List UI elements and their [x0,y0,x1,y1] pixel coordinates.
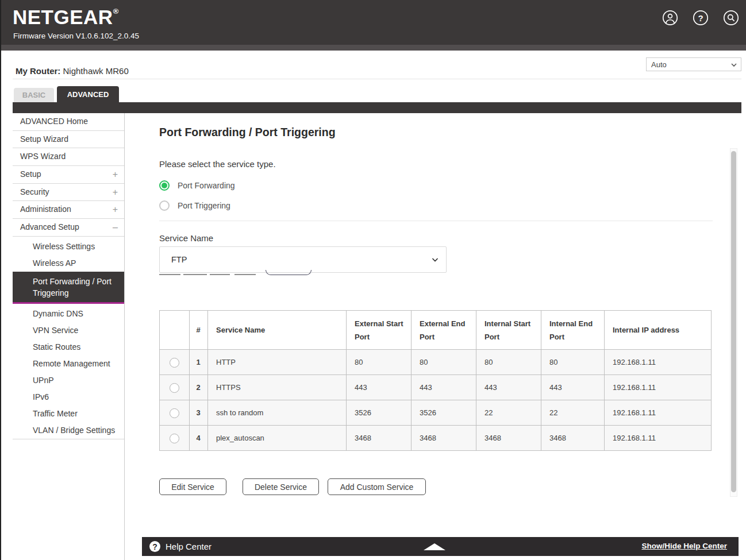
row-ip: 192.168.1.11 [605,350,712,375]
table-header-row: # Service Name External StartPort Extern… [160,311,712,350]
sidebar-item-remote-management[interactable]: Remote Management [13,356,124,372]
my-router-label: My Router: Nighthawk MR60 [16,66,129,76]
row-radio[interactable] [170,358,179,368]
row-int-start: 443 [476,375,541,400]
row-select-cell [160,350,190,375]
sidebar-item-wireless-settings[interactable]: Wireless Settings [13,238,124,255]
add-custom-service-button[interactable]: Add Custom Service [328,478,426,495]
sidebar-item-ipv6[interactable]: IPv6 [13,389,124,405]
sidebar-item-label: ADVANCED Home [20,117,88,126]
col-header-num: # [190,311,208,350]
col-header-ext-end: External EndPort [412,311,476,350]
sidebar-item-advanced-setup[interactable]: Advanced Setup– [13,219,124,237]
col-header-int-end: Internal EndPort [541,311,605,350]
row-int-start: 3468 [476,426,541,451]
router-label: My Router: [16,66,60,76]
help-center-bar: ? Help Center Show/Hide Help Center [142,537,739,556]
row-radio[interactable] [170,434,179,443]
sidebar-item-administration[interactable]: Administration+ [13,201,124,219]
sidebar-item-traffic-meter[interactable]: Traffic Meter [13,405,124,422]
collapse-arrow-icon[interactable] [424,543,445,550]
netgear-logo: NETGEAR® [13,6,119,29]
sidebar-item-label: Setup Wizard [20,134,68,144]
row-ext-end: 443 [412,375,476,400]
page-title: Port Forwarding / Port Triggering [159,126,336,139]
search-icon[interactable] [723,10,739,26]
clipped-field-edge [210,274,230,275]
router-admin-page: NETGEAR® Firmware Version V1.0.6.102_2.0… [0,0,746,560]
service-name-dropdown[interactable]: FTP [159,246,447,273]
tab-advanced[interactable]: ADVANCED [57,86,119,102]
row-ext-end: 3526 [412,400,476,426]
row-ip: 192.168.1.11 [605,400,712,426]
radio-unselected-icon[interactable] [159,200,170,211]
table-row: 1 HTTP 80 80 80 80 192.168.1.11 [160,350,712,375]
sidebar-item-dynamic-dns[interactable]: Dynamic DNS [13,306,124,322]
sidebar-item-advanced-home[interactable]: ADVANCED Home [13,113,124,131]
sidebar-group-divider [13,439,124,439]
firmware-version: Firmware Version V1.0.6.102_2.0.45 [13,32,139,40]
help-center-title: Help Center [166,542,212,551]
expand-plus-icon[interactable]: + [113,201,118,218]
radio-port-triggering[interactable]: Port Triggering [159,200,230,211]
row-num: 4 [190,426,208,451]
radio-label: Port Forwarding [178,181,235,190]
sidebar-item-setup[interactable]: Setup+ [13,166,124,184]
port-forwarding-table: # Service Name External StartPort Extern… [159,310,712,451]
clipped-field-edge [159,274,180,275]
user-icon[interactable] [662,10,678,26]
row-select-cell [160,375,190,400]
service-type-prompt: Please select the service type. [159,159,276,169]
sidebar-item-wps-wizard[interactable]: WPS Wizard [13,148,124,166]
sidebar-item-static-routes[interactable]: Static Routes [13,339,124,356]
help-icon[interactable]: ? [693,10,709,26]
col-header-service-name: Service Name [208,311,347,350]
row-num: 3 [190,400,208,426]
sidebar-item-wireless-ap[interactable]: Wireless AP [13,255,124,272]
sidebar-item-label: WPS Wizard [20,152,66,161]
radio-column-header [160,311,190,350]
col-header-ext-start: External StartPort [347,311,412,350]
scrollbar-thumb[interactable] [731,151,736,492]
row-ext-start: 443 [347,375,412,400]
clipped-button-edge [266,270,312,275]
tab-basic[interactable]: BASIC [14,88,54,102]
show-hide-help-link[interactable]: Show/Hide Help Center [641,542,727,550]
router-name: Nighthawk MR60 [63,66,129,76]
row-ext-end: 80 [412,350,476,375]
delete-service-button[interactable]: Delete Service [243,478,319,495]
radio-port-forwarding[interactable]: Port Forwarding [159,180,235,191]
sidebar-item-port-forwarding[interactable]: Port Forwarding / Port Triggering [13,272,124,304]
expand-plus-icon[interactable]: + [113,166,118,183]
service-name-label: Service Name [159,233,213,243]
table-row: 4 plex_autoscan 3468 3468 3468 3468 192.… [160,426,712,451]
sidebar-item-vpn-service[interactable]: VPN Service [13,322,124,339]
chevron-down-icon [730,61,737,68]
row-service: ssh to random [208,400,347,426]
auto-refresh-select[interactable]: Auto [646,57,741,71]
col-header-internal-ip: Internal IP address [605,311,712,350]
row-ext-start: 3468 [347,426,412,451]
row-radio[interactable] [170,383,179,393]
row-int-end: 80 [541,350,605,375]
row-service: plex_autoscan [208,426,347,451]
clipped-field-edge [183,274,207,275]
row-num: 1 [190,350,208,375]
registered-trademark: ® [113,7,119,16]
collapse-minus-icon[interactable]: – [113,219,118,236]
row-radio[interactable] [170,408,179,418]
sidebar-item-upnp[interactable]: UPnP [13,372,124,389]
row-select-cell [160,426,190,451]
radio-selected-icon[interactable] [159,180,170,191]
chevron-down-icon [431,256,439,264]
edit-service-button[interactable]: Edit Service [159,478,226,495]
row-ext-start: 80 [347,350,412,375]
clipped-field-edge [234,274,256,275]
row-int-end: 3468 [541,426,605,451]
sidebar-item-setup-wizard[interactable]: Setup Wizard [13,131,124,149]
help-question-icon: ? [149,541,160,552]
subheader-divider [13,79,741,79]
sidebar-item-vlan-bridge[interactable]: VLAN / Bridge Settings [13,422,124,439]
expand-plus-icon[interactable]: + [113,184,118,201]
sidebar-item-security[interactable]: Security+ [13,184,124,202]
